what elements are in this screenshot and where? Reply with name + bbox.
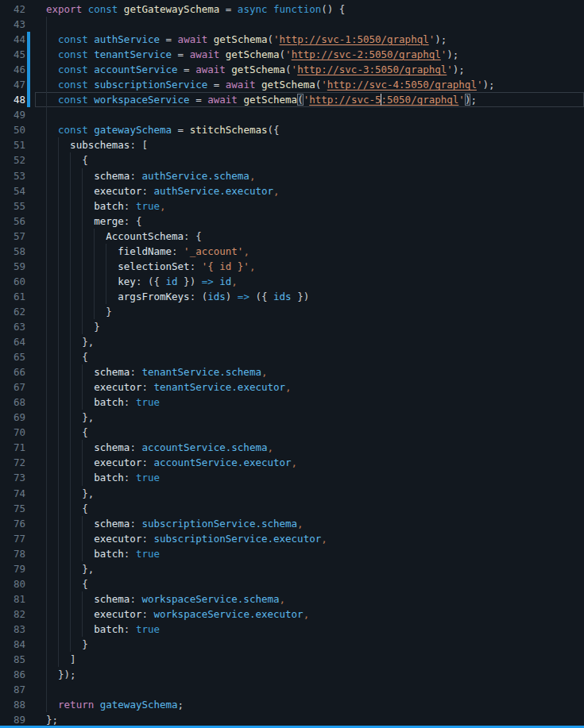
code-text[interactable]: }, — [37, 410, 584, 425]
code-line[interactable]: 56 merge: { — [0, 214, 584, 229]
line-number[interactable]: 87 — [0, 682, 37, 697]
code-text[interactable]: const gatewaySchema = stitchSchemas({ — [37, 122, 584, 137]
code-line[interactable]: 55 batch: true, — [0, 198, 584, 214]
code-text[interactable]: const accountService = await getSchema('… — [37, 62, 584, 77]
line-number[interactable]: 81 — [0, 591, 37, 607]
code-text[interactable]: AccountSchema: { — [37, 229, 584, 244]
code-text[interactable]: export const getGatewaySchema = async fu… — [37, 2, 584, 17]
line-number[interactable]: 47 — [0, 77, 37, 92]
code-line[interactable]: 60 key: ({ id }) => id, — [0, 274, 584, 289]
code-text[interactable]: schema: tenantService.schema, — [37, 364, 584, 379]
code-line[interactable]: 74 }, — [0, 486, 584, 501]
code-line[interactable]: 58 fieldName: '_account', — [0, 244, 584, 259]
line-number[interactable]: 85 — [0, 652, 37, 667]
code-line[interactable]: 42export const getGatewaySchema = async … — [0, 2, 584, 17]
line-number[interactable]: 51 — [0, 137, 37, 152]
code-line[interactable]: 78 batch: true — [0, 546, 584, 561]
code-text[interactable] — [37, 17, 584, 32]
line-number[interactable]: 45 — [0, 47, 37, 62]
line-number[interactable]: 73 — [0, 470, 37, 485]
line-number[interactable]: 56 — [0, 214, 37, 229]
code-text[interactable]: const subscriptionService = await getSch… — [37, 77, 584, 92]
code-line[interactable]: 61 argsFromKeys: (ids) => ({ ids }) — [0, 289, 584, 304]
line-number[interactable]: 88 — [0, 697, 37, 712]
line-number[interactable]: 60 — [0, 274, 37, 289]
code-line[interactable]: 79 }, — [0, 561, 584, 576]
line-number[interactable]: 55 — [0, 198, 37, 214]
line-number[interactable]: 86 — [0, 667, 37, 682]
code-text[interactable]: key: ({ id }) => id, — [37, 274, 584, 289]
code-line[interactable]: 68 batch: true — [0, 395, 584, 410]
line-number[interactable]: 84 — [0, 637, 37, 652]
code-text[interactable]: batch: true — [37, 546, 584, 561]
code-line[interactable]: 73 batch: true — [0, 470, 584, 485]
code-text[interactable]: subschemas: [ — [37, 137, 584, 152]
code-text[interactable]: batch: true — [37, 470, 584, 485]
code-text[interactable]: return gatewaySchema; — [37, 697, 584, 712]
code-line[interactable]: 67 executor: tenantService.executor, — [0, 379, 584, 395]
code-text[interactable]: merge: { — [37, 214, 584, 229]
line-number[interactable]: 74 — [0, 486, 37, 501]
line-number[interactable]: 80 — [0, 576, 37, 591]
line-number[interactable]: 75 — [0, 501, 37, 516]
line-number[interactable]: 50 — [0, 122, 37, 137]
code-line[interactable]: 86 }); — [0, 667, 584, 682]
code-text[interactable]: } — [37, 304, 584, 319]
code-line[interactable]: 66 schema: tenantService.schema, — [0, 364, 584, 379]
code-line[interactable]: 45 const tenantService = await getSchema… — [0, 47, 584, 62]
code-text[interactable]: }); — [37, 667, 584, 682]
code-text[interactable] — [37, 682, 584, 697]
code-text[interactable]: schema: workspaceService.schema, — [37, 591, 584, 607]
code-text[interactable]: { — [37, 349, 584, 364]
code-text[interactable]: ] — [37, 652, 584, 667]
code-line[interactable]: 76 schema: subscriptionService.schema, — [0, 516, 584, 531]
code-text[interactable]: { — [37, 425, 584, 440]
code-text[interactable]: const workspaceService = await getSchema… — [37, 92, 584, 107]
line-number[interactable]: 70 — [0, 425, 37, 440]
line-number[interactable]: 59 — [0, 259, 37, 274]
code-line[interactable]: 47 const subscriptionService = await get… — [0, 77, 584, 92]
code-line[interactable]: 83 batch: true — [0, 622, 584, 637]
code-text[interactable]: const authService = await getSchema('htt… — [37, 32, 584, 47]
line-number[interactable]: 48 — [0, 92, 37, 107]
code-line[interactable]: 77 executor: subscriptionService.executo… — [0, 531, 584, 546]
line-number[interactable]: 49 — [0, 107, 37, 122]
code-line[interactable]: 62 } — [0, 304, 584, 319]
code-text[interactable]: argsFromKeys: (ids) => ({ ids }) — [37, 289, 584, 304]
code-line[interactable]: 87 — [0, 682, 584, 697]
code-text[interactable]: schema: accountService.schema, — [37, 440, 584, 455]
line-number[interactable]: 67 — [0, 379, 37, 395]
code-editor[interactable]: 42export const getGatewaySchema = async … — [0, 0, 584, 728]
code-line[interactable]: 49 — [0, 107, 584, 122]
line-number[interactable]: 62 — [0, 304, 37, 319]
code-text[interactable]: executor: subscriptionService.executor, — [37, 531, 584, 546]
code-line[interactable]: 72 executor: accountService.executor, — [0, 455, 584, 470]
code-line[interactable]: 85 ] — [0, 652, 584, 667]
code-line[interactable]: 52 { — [0, 152, 584, 168]
line-number[interactable]: 83 — [0, 622, 37, 637]
line-number[interactable]: 66 — [0, 364, 37, 379]
code-line[interactable]: 80 { — [0, 576, 584, 591]
line-number[interactable]: 76 — [0, 516, 37, 531]
line-number[interactable]: 61 — [0, 289, 37, 304]
code-text[interactable] — [37, 107, 584, 122]
line-number[interactable]: 63 — [0, 319, 37, 334]
code-text[interactable]: selectionSet: '{ id }', — [37, 259, 584, 274]
line-number[interactable]: 58 — [0, 244, 37, 259]
code-text[interactable]: { — [37, 576, 584, 591]
line-number[interactable]: 57 — [0, 229, 37, 244]
code-line[interactable]: 53 schema: authService.schema, — [0, 168, 584, 183]
code-line[interactable]: 71 schema: accountService.schema, — [0, 440, 584, 455]
code-line[interactable]: 64 }, — [0, 334, 584, 349]
code-text[interactable]: schema: subscriptionService.schema, — [37, 516, 584, 531]
code-text[interactable]: }, — [37, 486, 584, 501]
code-text[interactable]: fieldName: '_account', — [37, 244, 584, 259]
code-text[interactable]: batch: true — [37, 622, 584, 637]
line-number[interactable]: 53 — [0, 168, 37, 183]
code-line[interactable]: 50 const gatewaySchema = stitchSchemas({ — [0, 122, 584, 137]
line-number[interactable]: 52 — [0, 152, 37, 168]
line-number[interactable]: 78 — [0, 546, 37, 561]
line-number[interactable]: 79 — [0, 561, 37, 576]
line-number[interactable]: 43 — [0, 17, 37, 32]
code-line[interactable]: 44 const authService = await getSchema('… — [0, 32, 584, 47]
